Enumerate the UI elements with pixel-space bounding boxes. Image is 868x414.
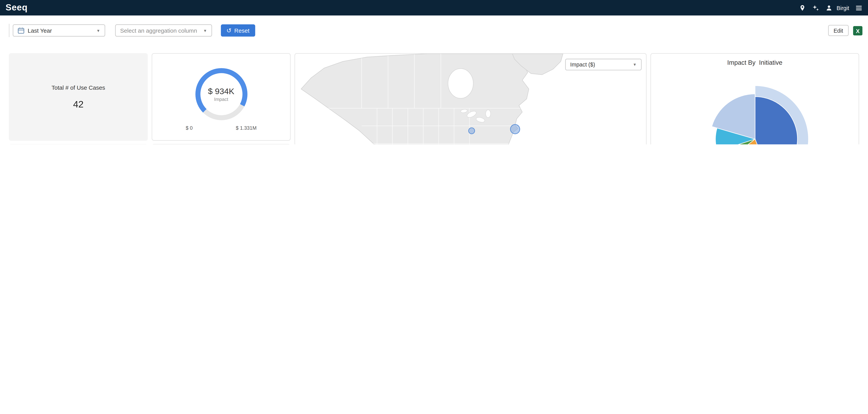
seeq-logo[interactable]: Seeq (6, 3, 28, 13)
gauge-card: $ 934K Impact $ 0 $ 1.331M (152, 53, 290, 141)
location-pin-icon[interactable] (799, 4, 806, 11)
toolbar-divider (9, 24, 9, 37)
chevron-down-icon: ▼ (203, 29, 207, 32)
kpi-value: 42 (73, 99, 84, 110)
gauge-ring: $ 934K Impact (195, 68, 247, 120)
user-icon[interactable] (826, 4, 833, 11)
user-name[interactable]: Birgit (837, 5, 849, 11)
top-navbar: Seeq Birgit (0, 0, 868, 16)
gauge-value: $ 934K (208, 86, 234, 96)
chevron-down-icon: ▼ (633, 63, 637, 66)
gauge-column: $ 934K Impact $ 0 $ 1.331M 25,420 gal Wa… (152, 53, 290, 144)
map-marker[interactable] (469, 128, 474, 134)
seeq-dashboard-app: Seeq Birgit Last Year ▼ Select an aggreg… (0, 0, 868, 144)
reset-button[interactable]: ↺ Reset (221, 24, 255, 36)
dashboard-toolbar: Last Year ▼ Select an aggregation column… (0, 16, 868, 46)
reset-icon: ↺ (226, 27, 231, 34)
date-range-select[interactable]: Last Year ▼ (13, 24, 105, 36)
gauge-center: $ 934K Impact (195, 68, 247, 120)
gauge-range: $ 0 $ 1.331M (186, 125, 257, 131)
gauge-card: 25,420 gal Water Savings 0 gal 25,560 ga… (152, 144, 290, 144)
kpi-label: Total # of Use Cases (52, 84, 105, 90)
hudson-bay (448, 69, 473, 98)
hamburger-menu-icon[interactable] (855, 4, 862, 11)
gauge-label: Impact (214, 96, 228, 102)
map-metric-select[interactable]: Impact ($) ▼ (565, 59, 642, 70)
date-range-value: Last Year (28, 27, 52, 34)
gauge-min: $ 0 (186, 125, 193, 131)
calendar-icon (18, 27, 24, 34)
chevron-down-icon: ▼ (96, 29, 100, 32)
aggregation-placeholder: Select an aggregation column (120, 27, 197, 34)
pie-panel: Impact By Initiative Batch Monitoring En… (651, 53, 859, 144)
map-panel: Impact ($) ▼ − + ‹ › ↻ (294, 53, 647, 144)
kpi-card: Largest single Impact $ 260K (9, 144, 148, 144)
kpi-card: Total # of Use Cases 42 (9, 53, 148, 141)
sparkles-icon[interactable] (812, 4, 819, 11)
aggregation-column-select[interactable]: Select an aggregation column ▼ (115, 24, 212, 36)
toolbar-right: Edit X (828, 25, 862, 36)
kpi-column: Total # of Use Cases 42 Largest single I… (9, 53, 148, 144)
edit-button[interactable]: Edit (828, 25, 849, 36)
map-metric-value: Impact ($) (570, 61, 595, 68)
navbar-actions: Birgit (799, 4, 862, 11)
excel-export-icon[interactable]: X (853, 26, 863, 35)
map-marker[interactable] (510, 124, 520, 134)
dashboard-body: Total # of Use Cases 42 Largest single I… (0, 46, 868, 144)
impact-by-initiative-pie (651, 54, 859, 144)
gauge-max: $ 1.331M (236, 125, 257, 131)
svg-text:X: X (856, 28, 860, 34)
